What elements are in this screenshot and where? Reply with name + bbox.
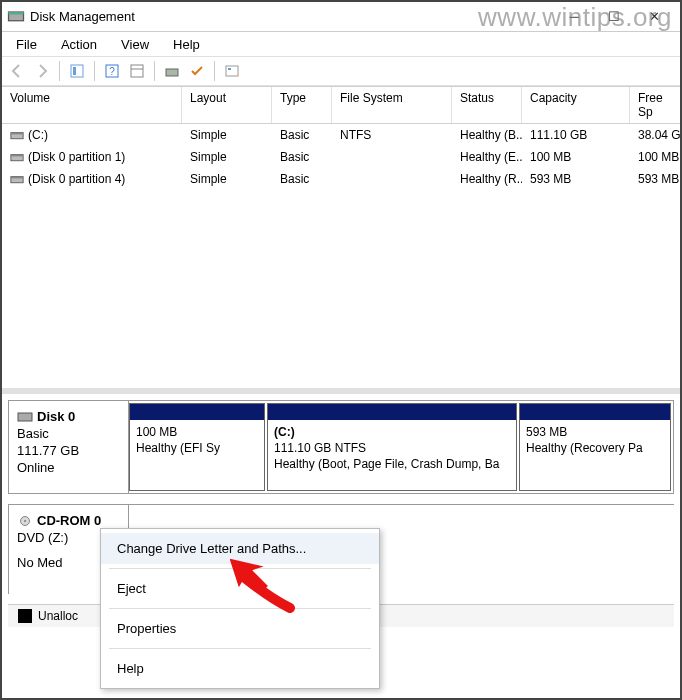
col-volume[interactable]: Volume: [2, 87, 182, 123]
col-type[interactable]: Type: [272, 87, 332, 123]
partition-header: [268, 404, 516, 420]
back-button[interactable]: [6, 60, 28, 82]
disk-info[interactable]: Disk 0 Basic 111.77 GB Online: [9, 401, 129, 493]
menu-help[interactable]: Help: [163, 35, 210, 54]
help-icon[interactable]: ?: [101, 60, 123, 82]
menu-separator: [109, 568, 371, 569]
partition[interactable]: 100 MB Healthy (EFI Sy: [129, 403, 265, 491]
col-filesystem[interactable]: File System: [332, 87, 452, 123]
col-status[interactable]: Status: [452, 87, 522, 123]
svg-rect-8: [166, 69, 178, 76]
toolbar-btn-3[interactable]: [126, 60, 148, 82]
svg-rect-9: [226, 66, 238, 76]
svg-point-19: [24, 520, 26, 522]
volume-row[interactable]: (C:) Simple Basic NTFS Healthy (B... 111…: [2, 124, 680, 146]
partition-header: [520, 404, 670, 420]
toolbar-btn-4[interactable]: [161, 60, 183, 82]
context-menu: Change Drive Letter and Paths... Eject P…: [100, 528, 380, 689]
menu-view[interactable]: View: [111, 35, 159, 54]
svg-rect-1: [9, 12, 24, 15]
svg-rect-12: [11, 132, 23, 134]
volume-name: (Disk 0 partition 4): [28, 172, 125, 186]
svg-rect-6: [131, 65, 143, 77]
volume-row[interactable]: (Disk 0 partition 1) Simple Basic Health…: [2, 146, 680, 168]
menu-separator: [109, 648, 371, 649]
svg-rect-2: [71, 65, 83, 77]
volume-row[interactable]: (Disk 0 partition 4) Simple Basic Health…: [2, 168, 680, 190]
svg-rect-10: [228, 68, 231, 70]
legend-unallocated-label: Unalloc: [38, 609, 78, 623]
disk-row: Disk 0 Basic 111.77 GB Online 100 MB Hea…: [8, 400, 674, 494]
cdrom-icon: [17, 514, 37, 528]
maximize-button[interactable]: ☐: [596, 5, 632, 29]
partition[interactable]: (C:) 111.10 GB NTFS Healthy (Boot, Page …: [267, 403, 517, 491]
toolbar: ?: [2, 56, 680, 86]
legend-unallocated-swatch: [18, 609, 32, 623]
window-title: Disk Management: [26, 9, 556, 24]
volume-list[interactable]: (C:) Simple Basic NTFS Healthy (B... 111…: [2, 124, 680, 388]
title-bar: Disk Management ─ ☐ ✕: [2, 2, 680, 32]
volume-list-header: Volume Layout Type File System Status Ca…: [2, 86, 680, 124]
disk-partitions: 100 MB Healthy (EFI Sy (C:) 111.10 GB NT…: [129, 401, 673, 493]
col-capacity[interactable]: Capacity: [522, 87, 630, 123]
menu-separator: [109, 608, 371, 609]
minimize-button[interactable]: ─: [556, 5, 592, 29]
volume-name: (Disk 0 partition 1): [28, 150, 125, 164]
menu-change-drive-letter[interactable]: Change Drive Letter and Paths...: [101, 533, 379, 564]
svg-text:?: ?: [109, 66, 115, 77]
toolbar-btn-5[interactable]: [186, 60, 208, 82]
close-button[interactable]: ✕: [636, 5, 672, 29]
volume-name: (C:): [28, 128, 48, 142]
toolbar-btn-6[interactable]: [221, 60, 243, 82]
svg-rect-3: [73, 67, 76, 75]
menu-bar: File Action View Help: [2, 32, 680, 56]
forward-button[interactable]: [31, 60, 53, 82]
menu-action[interactable]: Action: [51, 35, 107, 54]
col-freespace[interactable]: Free Sp: [630, 87, 680, 123]
partition-header: [130, 404, 264, 420]
menu-help[interactable]: Help: [101, 653, 379, 684]
col-layout[interactable]: Layout: [182, 87, 272, 123]
svg-rect-17: [18, 413, 32, 421]
menu-eject[interactable]: Eject: [101, 573, 379, 604]
partition[interactable]: 593 MB Healthy (Recovery Pa: [519, 403, 671, 491]
svg-rect-14: [11, 154, 23, 156]
menu-properties[interactable]: Properties: [101, 613, 379, 644]
svg-rect-16: [11, 176, 23, 178]
menu-file[interactable]: File: [6, 35, 47, 54]
toolbar-btn-1[interactable]: [66, 60, 88, 82]
app-icon: [6, 7, 26, 27]
disk-icon: [17, 410, 37, 424]
